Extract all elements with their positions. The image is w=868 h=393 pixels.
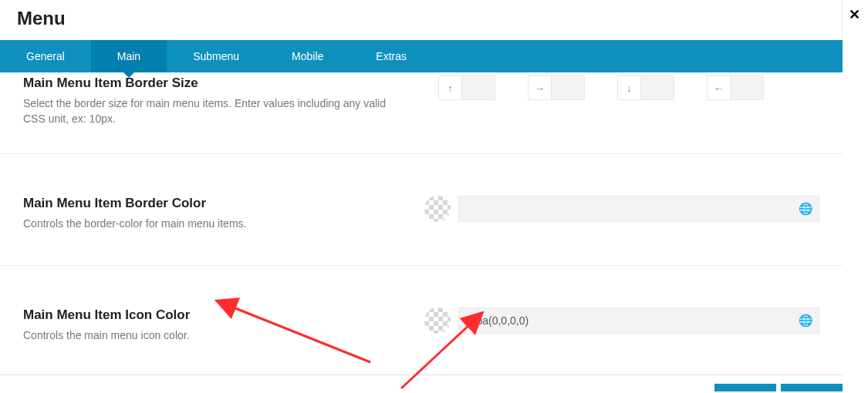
footer-divider xyxy=(0,375,843,375)
arrow-up-icon: ↑ xyxy=(439,76,462,99)
dialog-header: Menu xyxy=(0,0,868,40)
footer-button-secondary[interactable] xyxy=(781,384,843,391)
setting-desc: Select the border size for main menu ite… xyxy=(23,96,406,127)
footer-buttons xyxy=(714,384,843,391)
tab-mobile[interactable]: Mobile xyxy=(265,40,350,72)
tab-extras[interactable]: Extras xyxy=(350,40,433,72)
setting-desc: Controls the main menu icon color. xyxy=(23,328,406,343)
row-icon-color: Main Menu Item Icon Color Controls the m… xyxy=(0,266,843,377)
border-right-field: → xyxy=(528,76,585,100)
header-divider xyxy=(842,0,843,39)
border-left-input[interactable] xyxy=(731,76,763,99)
arrow-down-icon: ↓ xyxy=(618,76,641,99)
setting-title: Main Menu Item Icon Color xyxy=(23,307,406,323)
color-swatch[interactable] xyxy=(424,307,451,334)
tab-main[interactable]: Main xyxy=(91,40,167,72)
settings-panel: Main Menu Item Border Size Select the bo… xyxy=(0,72,843,377)
border-bottom-input[interactable] xyxy=(641,76,674,99)
footer-button-primary[interactable] xyxy=(714,384,776,391)
color-input-wrap: 🌐 xyxy=(458,307,819,334)
setting-title: Main Menu Item Border Color xyxy=(23,196,406,211)
color-swatch[interactable] xyxy=(424,196,451,222)
icon-color-input[interactable] xyxy=(458,307,819,334)
globe-icon[interactable]: 🌐 xyxy=(799,314,813,328)
color-input-wrap: 🌐 xyxy=(458,196,819,222)
arrow-right-icon: → xyxy=(529,76,552,99)
tab-submenu[interactable]: Submenu xyxy=(167,40,265,72)
setting-title: Main Menu Item Border Size xyxy=(23,76,406,91)
tab-bar: General Main Submenu Mobile Extras xyxy=(0,40,843,72)
dialog-title: Menu xyxy=(17,8,66,29)
globe-icon[interactable]: 🌐 xyxy=(799,202,813,216)
tab-general[interactable]: General xyxy=(0,40,91,72)
setting-desc: Controls the border-color for main menu … xyxy=(23,216,406,231)
border-color-input[interactable] xyxy=(458,196,819,222)
border-bottom-field: ↓ xyxy=(617,76,674,100)
border-top-field: ↑ xyxy=(438,76,495,100)
close-icon[interactable]: ✕ xyxy=(846,5,863,25)
border-right-input[interactable] xyxy=(552,76,584,99)
border-top-input[interactable] xyxy=(462,76,495,99)
row-border-size: Main Menu Item Border Size Select the bo… xyxy=(0,72,843,154)
border-left-field: ← xyxy=(707,76,764,100)
border-size-inputs: ↑ → ↓ ← xyxy=(438,76,764,100)
arrow-left-icon: ← xyxy=(708,76,731,99)
row-border-color: Main Menu Item Border Color Controls the… xyxy=(0,154,843,266)
